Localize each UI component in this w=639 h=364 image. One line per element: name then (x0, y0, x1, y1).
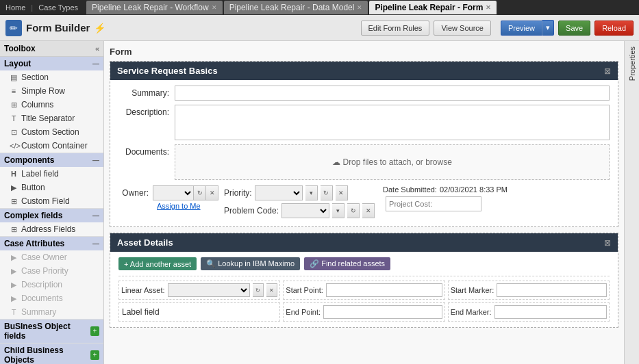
priority-select[interactable] (255, 185, 303, 200)
summary-input[interactable] (175, 86, 610, 101)
owner-clear-btn[interactable]: ✕ (206, 185, 218, 200)
case-attr-label: Case Attributes (4, 239, 64, 248)
case-owner-icon: ▶ (10, 253, 18, 262)
reload-button[interactable]: Reload (594, 21, 634, 36)
toolbox-item-summary[interactable]: T Summary (0, 305, 103, 319)
case-owner-label: Case Owner (21, 252, 67, 262)
nav-case-types[interactable]: Case Types (33, 0, 84, 15)
problem-code-select[interactable] (281, 203, 329, 218)
toolbox-item-section[interactable]: ▤ Section (0, 70, 103, 84)
toolbox-item-documents[interactable]: ▶ Documents (0, 291, 103, 305)
view-source-button[interactable]: View Source (434, 21, 491, 36)
label-field-cell: Label field (118, 302, 280, 322)
service-request-title: Service Request Basics (117, 66, 218, 76)
toolbox-title: Toolbox (4, 44, 36, 53)
end-marker-input[interactable] (494, 305, 607, 319)
simple-row-label: Simple Row (21, 86, 65, 96)
edit-form-rules-button[interactable]: Edit Form Rules (361, 21, 430, 36)
preview-button[interactable]: Preview (501, 21, 542, 36)
simple-row-icon: ≡ (10, 87, 18, 95)
start-point-cell: Start Point: (283, 281, 444, 300)
toolbox-item-description[interactable]: ▶ Description (0, 278, 103, 291)
priority-field-label: Priority: (224, 188, 252, 198)
title-sep-icon: T (10, 114, 18, 122)
biz-obj-section-header[interactable]: BuSInesS Object fields + (0, 320, 103, 343)
priority-dropdown-btn[interactable]: ▾ (305, 185, 318, 200)
tab-workflow-close[interactable]: ✕ (212, 1, 217, 14)
app-icon: ✏ (5, 20, 22, 36)
toolbox-item-title-separator[interactable]: T Title Separator (0, 112, 103, 125)
toolbox-item-address-fields[interactable]: ⊞ Address Fields (0, 222, 103, 236)
linear-asset-cell: Linear Asset: ↻ ✕ (118, 281, 280, 300)
tab-data-model[interactable]: Pipeline Leak Repair - Data Model ✕ (224, 1, 368, 14)
case-attr-section-header[interactable]: Case Attributes — (0, 237, 103, 250)
toolbox-item-custom-field[interactable]: ⊞ Custom Field (0, 194, 103, 208)
components-section-label: Components (4, 155, 54, 165)
tab-workflow[interactable]: Pipeline Leak Repair - Workflow ✕ (86, 1, 223, 14)
linear-asset-select[interactable] (168, 283, 251, 297)
layout-section-header[interactable]: Layout — (0, 57, 103, 70)
toolbox-collapse-icon[interactable]: « (95, 44, 99, 53)
lookup-ibm-maximo-button[interactable]: 🔍 Lookup in IBM Maximo (201, 257, 300, 270)
toolbox-item-columns[interactable]: ⊞ Columns (0, 98, 103, 112)
asset-details-header: Asset Details ⊠ (110, 233, 618, 252)
biz-obj-add-button[interactable]: + (90, 326, 99, 336)
description-label: Description (21, 280, 62, 289)
components-section-header[interactable]: Components — (0, 153, 103, 167)
toolbox-item-custom-container[interactable]: </> Custom Container (0, 139, 103, 153)
end-point-input[interactable] (323, 305, 442, 319)
service-request-collapse-icon[interactable]: ⊠ (604, 66, 611, 76)
tab-data-model-close[interactable]: ✕ (357, 1, 362, 14)
complex-fields-section-header[interactable]: Complex fields — (0, 209, 103, 222)
asset-details-collapse-icon[interactable]: ⊠ (604, 238, 611, 248)
case-priority-label: Case Priority (21, 266, 68, 276)
documents-field-label: Documents: (118, 144, 175, 157)
child-biz-section-header[interactable]: Child Business Objects + (0, 343, 103, 364)
assign-to-me-link[interactable]: Assign to Me (118, 202, 218, 210)
title-sep-label: Title Separator (21, 114, 75, 123)
description-icon: ▶ (10, 281, 18, 289)
end-point-cell: End Point: (283, 302, 444, 322)
toolbox-item-label-field[interactable]: H Label field (0, 167, 103, 181)
toolbox-item-case-owner[interactable]: ▶ Case Owner (0, 250, 103, 264)
project-cost-input[interactable] (386, 196, 481, 211)
form-title: Form (110, 47, 618, 57)
toolbox-item-case-priority[interactable]: ▶ Case Priority (0, 264, 103, 278)
problem-code-dropdown-btn[interactable]: ▾ (332, 203, 344, 218)
label-field-display: Label field (122, 307, 160, 317)
owner-select[interactable] (153, 185, 194, 200)
save-button[interactable]: Save (558, 21, 590, 36)
find-related-assets-button[interactable]: 🔗 Find related assets (304, 257, 390, 270)
toolbox-item-simple-row[interactable]: ≡ Simple Row (0, 84, 103, 98)
toolbox-item-custom-section[interactable]: ⊡ Custom Section (0, 125, 103, 139)
tab-form[interactable]: Pipeline Leak Repair - Form ✕ (369, 1, 497, 14)
add-another-asset-button[interactable]: + Add another asset (118, 257, 197, 270)
columns-label: Columns (21, 100, 53, 109)
description-field-label: Description: (118, 105, 175, 117)
label-field-icon: H (10, 170, 18, 178)
description-input[interactable] (175, 105, 610, 140)
documents-icon: ▶ (10, 294, 18, 303)
linear-asset-refresh-btn[interactable]: ↻ (253, 283, 264, 297)
section-label: Section (21, 73, 49, 82)
problem-code-label: Problem Code: (224, 206, 279, 216)
toolbox-item-button[interactable]: ▶ Button (0, 181, 103, 194)
tab-form-close[interactable]: ✕ (486, 1, 491, 14)
layout-collapse-icon: — (92, 60, 99, 68)
linear-asset-clear-btn[interactable]: ✕ (266, 283, 277, 297)
preview-dropdown-button[interactable]: ▾ (542, 20, 554, 36)
owner-refresh-btn[interactable]: ↻ (194, 185, 206, 200)
start-point-input[interactable] (326, 283, 442, 297)
priority-clear-btn[interactable]: ✕ (336, 185, 348, 200)
start-marker-input[interactable] (497, 283, 607, 297)
properties-sidebar[interactable]: Properties (624, 41, 639, 364)
priority-refresh-btn[interactable]: ↻ (321, 185, 333, 200)
drop-files-area[interactable]: ☁ Drop files to attach, or browse (175, 144, 610, 180)
child-biz-add-button[interactable]: + (90, 350, 99, 360)
problem-code-clear-btn[interactable]: ✕ (362, 203, 375, 218)
nav-home[interactable]: Home (0, 0, 31, 15)
case-priority-icon: ▶ (10, 267, 18, 276)
problem-code-refresh-btn[interactable]: ↻ (347, 203, 360, 218)
owner-field-label: Owner: (118, 188, 153, 198)
address-fields-icon: ⊞ (10, 225, 18, 234)
